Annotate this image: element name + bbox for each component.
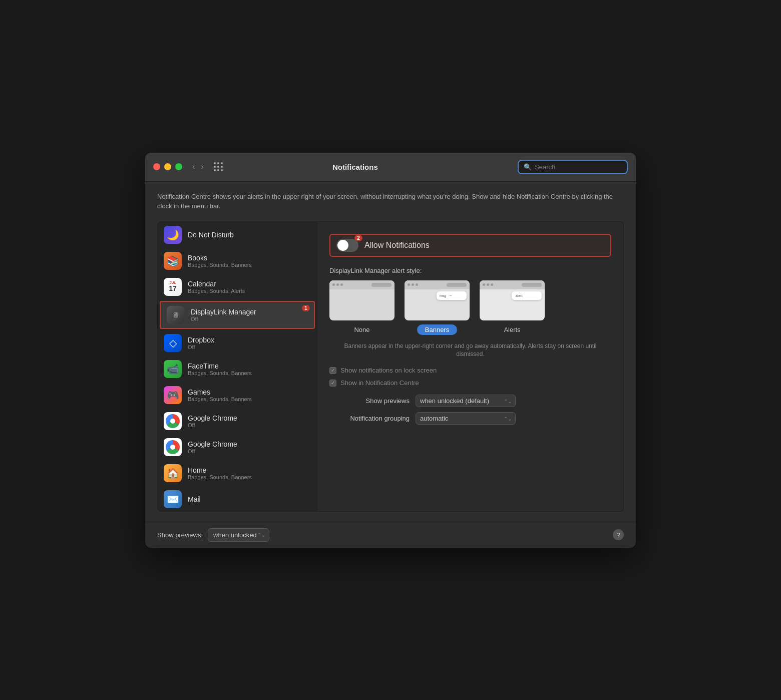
sidebar-item-home[interactable]: 🏠 Home Badges, Sounds, Banners bbox=[158, 460, 317, 486]
sidebar-item-mail[interactable]: ✉️ Mail bbox=[158, 486, 317, 512]
sidebar-item-do-not-disturb[interactable]: 🌙 Do Not Disturb bbox=[158, 222, 317, 248]
displaylink-subtitle: Off bbox=[191, 316, 308, 322]
games-text: Games Badges, Sounds, Banners bbox=[188, 388, 311, 402]
dot1 bbox=[408, 283, 410, 286]
notif-centre-checkbox[interactable]: ✓ bbox=[329, 380, 336, 387]
dnd-icon: 🌙 bbox=[164, 226, 182, 244]
banner-text: msg bbox=[440, 294, 446, 297]
games-name: Games bbox=[188, 388, 311, 396]
sidebar-item-dropbox[interactable]: ◇ Dropbox Off bbox=[158, 330, 317, 356]
chrome-1-subtitle: Off bbox=[188, 422, 311, 428]
sidebar-item-calendar[interactable]: JUL 17 Calendar Badges, Sounds, Alerts bbox=[158, 274, 317, 300]
calendar-day: 17 bbox=[169, 284, 177, 292]
books-text: Books Badges, Sounds, Banners bbox=[188, 254, 311, 268]
displaylink-name: DisplayLink Manager bbox=[191, 308, 308, 316]
search-box: 🔍 bbox=[518, 160, 628, 174]
alert-style-none[interactable]: None bbox=[329, 280, 395, 335]
banner-arrow: → bbox=[448, 293, 452, 298]
dot2 bbox=[487, 283, 489, 286]
alert-style-alerts[interactable]: alert Alerts bbox=[480, 280, 545, 335]
search-icon: 🔍 bbox=[524, 163, 532, 171]
home-icon: 🏠 bbox=[164, 464, 182, 482]
alert-styles: None bbox=[329, 280, 611, 335]
chrome-2-text: Google Chrome Off bbox=[188, 440, 311, 454]
dot2 bbox=[336, 283, 339, 286]
chrome-2-name: Google Chrome bbox=[188, 440, 311, 448]
banners-preview: msg → bbox=[405, 280, 470, 320]
sidebar-item-google-chrome-1[interactable]: Google Chrome Off bbox=[158, 408, 317, 434]
dnd-name: Do Not Disturb bbox=[188, 231, 311, 239]
footer-dropdown-wrapper: when unlocked always never bbox=[208, 528, 269, 542]
sidebar-item-google-chrome-2[interactable]: Google Chrome Off bbox=[158, 434, 317, 460]
chrome-circle-2 bbox=[166, 440, 180, 454]
description-text: Notification Centre shows your alerts in… bbox=[157, 192, 624, 211]
dropbox-icon: ◇ bbox=[164, 334, 182, 352]
chrome-circle-1 bbox=[166, 414, 180, 428]
sidebar-item-displaylink[interactable]: 🖥 DisplayLink Manager Off 1 bbox=[160, 301, 315, 329]
displaylink-symbol: 🖥 bbox=[172, 311, 179, 319]
home-name: Home bbox=[188, 466, 311, 474]
sidebar-item-games[interactable]: 🎮 Games Badges, Sounds, Banners bbox=[158, 382, 317, 408]
dot2 bbox=[412, 283, 414, 286]
games-subtitle: Badges, Sounds, Banners bbox=[188, 396, 311, 402]
facetime-subtitle: Badges, Sounds, Banners bbox=[188, 370, 311, 376]
titlebar: ‹ › Notifications 🔍 bbox=[145, 153, 636, 182]
calendar-subtitle: Badges, Sounds, Alerts bbox=[188, 288, 311, 294]
allow-notifications-row: 2 Allow Notifications bbox=[329, 234, 611, 257]
dot3 bbox=[416, 283, 418, 286]
back-button[interactable]: ‹ bbox=[190, 161, 197, 172]
maximize-button[interactable] bbox=[175, 163, 182, 170]
detail-panel: 2 Allow Notifications DisplayLink Manage… bbox=[317, 221, 624, 512]
lock-screen-checkbox[interactable]: ✓ bbox=[329, 367, 336, 374]
games-icon: 🎮 bbox=[164, 386, 182, 404]
alert-description: Banners appear in the upper-right corner… bbox=[329, 342, 611, 359]
preview-alert: alert bbox=[512, 291, 542, 300]
show-previews-select[interactable]: when unlocked (default) always never bbox=[416, 395, 516, 407]
preview-search bbox=[522, 283, 542, 287]
dropbox-text: Dropbox Off bbox=[188, 336, 311, 350]
banners-topbar bbox=[405, 280, 470, 289]
chrome-1-name: Google Chrome bbox=[188, 414, 311, 422]
home-subtitle: Badges, Sounds, Banners bbox=[188, 474, 311, 480]
sidebar-item-facetime[interactable]: 📹 FaceTime Badges, Sounds, Banners bbox=[158, 356, 317, 382]
option-notif-centre: ✓ Show in Notification Centre bbox=[329, 379, 611, 387]
content-area: Notification Centre shows your alerts in… bbox=[145, 182, 636, 522]
notif-grouping-label: Notification grouping bbox=[329, 415, 410, 422]
footer: Show previews: when unlocked always neve… bbox=[145, 522, 636, 548]
calendar-name: Calendar bbox=[188, 280, 311, 288]
displaylink-text: DisplayLink Manager Off bbox=[191, 308, 308, 322]
footer-show-previews-select[interactable]: when unlocked always never bbox=[208, 528, 269, 542]
minimize-button[interactable] bbox=[164, 163, 171, 170]
show-previews-dropdown-wrapper: when unlocked (default) always never bbox=[416, 395, 516, 407]
notif-grouping-select[interactable]: automatic by app off bbox=[416, 412, 516, 425]
options-list: ✓ Show notifications on lock screen ✓ Sh… bbox=[329, 367, 611, 387]
preview-search bbox=[371, 283, 392, 287]
check-icon: ✓ bbox=[331, 368, 335, 373]
chrome-icon-1 bbox=[164, 412, 182, 430]
help-button[interactable]: ? bbox=[613, 529, 624, 540]
show-previews-row: Show previews when unlocked (default) al… bbox=[329, 395, 611, 407]
show-previews-label: Show previews bbox=[329, 397, 410, 405]
alert-style-banners[interactable]: msg → Banners bbox=[405, 280, 470, 335]
none-preview bbox=[329, 280, 395, 320]
sidebar-item-books[interactable]: 📚 Books Badges, Sounds, Banners bbox=[158, 248, 317, 274]
alerts-topbar bbox=[480, 280, 545, 289]
chrome-1-text: Google Chrome Off bbox=[188, 414, 311, 428]
preview-banner: msg → bbox=[437, 291, 467, 300]
dot3 bbox=[491, 283, 493, 286]
footer-show-previews-label: Show previews: bbox=[157, 531, 203, 539]
displaylink-badge: 1 bbox=[302, 305, 310, 311]
mail-name: Mail bbox=[188, 495, 311, 503]
dot3 bbox=[340, 283, 343, 286]
none-topbar bbox=[329, 280, 395, 289]
books-icon: 📚 bbox=[164, 252, 182, 270]
toggle-knob bbox=[337, 240, 348, 251]
notif-grouping-dropdown-wrapper: automatic by app off bbox=[416, 412, 516, 425]
banners-label: Banners bbox=[417, 324, 457, 335]
notif-centre-label: Show in Notification Centre bbox=[340, 379, 419, 387]
search-input[interactable] bbox=[535, 163, 622, 171]
check-icon-2: ✓ bbox=[331, 380, 335, 386]
calendar-month: JUL bbox=[169, 281, 176, 284]
close-button[interactable] bbox=[153, 163, 160, 170]
chrome-icon-2 bbox=[164, 438, 182, 456]
